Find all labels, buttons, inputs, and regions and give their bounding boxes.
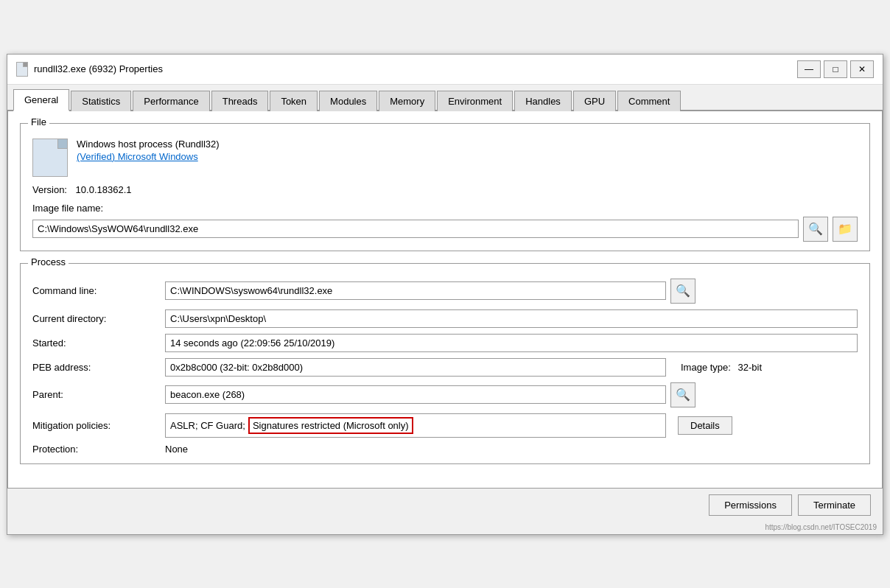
close-button[interactable]: ✕ xyxy=(850,60,874,78)
parent-group: 🔍 xyxy=(165,382,858,407)
protection-label: Protection: xyxy=(32,444,165,455)
tabs-bar: General Statistics Performance Threads T… xyxy=(7,85,883,111)
version-label: Version: xyxy=(32,184,67,195)
tab-comment[interactable]: Comment xyxy=(617,91,681,111)
current-dir-label: Current directory: xyxy=(32,313,165,324)
process-fields: Command line: 🔍 Current directory: St xyxy=(32,279,858,455)
file-info-container: Windows host process (Rundll32) (Verifie… xyxy=(32,139,858,177)
mitigation-label: Mitigation policies: xyxy=(32,420,165,431)
version-value: 10.0.18362.1 xyxy=(76,184,132,195)
file-section: File Windows host process (Rundll32) (Ve… xyxy=(20,123,870,251)
version-row: Version: 10.0.18362.1 xyxy=(32,184,858,195)
file-section-label: File xyxy=(28,116,49,127)
main-window: rundll32.exe (6932) Properties — □ ✕ Gen… xyxy=(7,54,883,535)
tab-modules[interactable]: Modules xyxy=(319,91,377,111)
command-line-row: Command line: 🔍 xyxy=(32,279,858,304)
search-icon-cmd: 🔍 xyxy=(676,284,690,298)
file-type-icon xyxy=(32,139,68,177)
peb-row: PEB address: Image type: 32-bit xyxy=(32,358,858,377)
current-dir-row: Current directory: xyxy=(32,309,858,328)
details-button[interactable]: Details xyxy=(678,416,732,435)
current-dir-input[interactable] xyxy=(165,309,858,328)
terminate-button[interactable]: Terminate xyxy=(798,494,871,516)
mitigation-highlight-text: Signatures restricted (Microsoft only) xyxy=(248,417,413,434)
permissions-button[interactable]: Permissions xyxy=(709,494,792,516)
title-controls: — □ ✕ xyxy=(797,60,874,78)
search-icon: 🔍 xyxy=(808,222,823,236)
file-verified-link[interactable]: (Verified) Microsoft Windows xyxy=(77,151,220,162)
title-bar: rundll32.exe (6932) Properties — □ ✕ xyxy=(7,55,883,85)
maximize-button[interactable]: □ xyxy=(824,60,847,78)
process-section: Process Command line: 🔍 Current director… xyxy=(20,263,870,464)
image-file-row: 🔍 📁 xyxy=(32,217,858,242)
folder-icon: 📁 xyxy=(838,222,852,236)
mitigation-plain-text: ASLR; CF Guard; xyxy=(170,420,245,431)
search-icon-parent: 🔍 xyxy=(676,388,690,402)
command-line-group: 🔍 xyxy=(165,279,858,304)
image-folder-button[interactable]: 📁 xyxy=(833,217,858,242)
parent-label: Parent: xyxy=(32,389,165,400)
window-icon xyxy=(16,62,28,77)
image-type-value: 32-bit xyxy=(738,362,763,373)
mitigation-value-box: ASLR; CF Guard; Signatures restricted (M… xyxy=(165,413,666,438)
bottom-buttons: Permissions Terminate xyxy=(7,489,883,522)
started-label: Started: xyxy=(32,337,165,349)
watermark: https://blog.csdn.net/ITOSEC2019 xyxy=(7,522,883,534)
parent-input[interactable] xyxy=(165,385,666,404)
peb-input[interactable] xyxy=(165,358,666,377)
mitigation-row: Mitigation policies: ASLR; CF Guard; Sig… xyxy=(32,413,858,438)
tab-performance[interactable]: Performance xyxy=(133,91,209,111)
image-file-label: Image file name: xyxy=(32,203,858,214)
process-section-label: Process xyxy=(28,256,69,267)
tab-gpu[interactable]: GPU xyxy=(573,91,616,111)
file-details: Windows host process (Rundll32) (Verifie… xyxy=(77,139,220,162)
started-input[interactable] xyxy=(165,334,858,352)
parent-row: Parent: 🔍 xyxy=(32,382,858,407)
started-row: Started: xyxy=(32,334,858,352)
parent-search-button[interactable]: 🔍 xyxy=(670,382,695,407)
image-file-input[interactable] xyxy=(32,220,799,238)
protection-row: Protection: None xyxy=(32,444,858,455)
command-line-search-button[interactable]: 🔍 xyxy=(670,279,695,304)
peb-label: PEB address: xyxy=(32,362,165,373)
tab-statistics[interactable]: Statistics xyxy=(71,91,131,111)
file-name: Windows host process (Rundll32) xyxy=(77,139,220,150)
window-title: rundll32.exe (6932) Properties xyxy=(34,63,163,74)
tab-handles[interactable]: Handles xyxy=(514,91,572,111)
image-type-label: Image type: xyxy=(681,362,731,373)
protection-value: None xyxy=(165,444,188,455)
tab-environment[interactable]: Environment xyxy=(437,91,513,111)
image-type: Image type: 32-bit xyxy=(681,362,762,373)
minimize-button[interactable]: — xyxy=(797,60,821,78)
image-search-button[interactable]: 🔍 xyxy=(803,217,828,242)
tab-token[interactable]: Token xyxy=(270,91,318,111)
mitigation-group: ASLR; CF Guard; Signatures restricted (M… xyxy=(165,413,858,438)
command-line-input[interactable] xyxy=(165,281,666,300)
title-bar-left: rundll32.exe (6932) Properties xyxy=(16,62,163,77)
command-line-label: Command line: xyxy=(32,285,165,296)
tab-general[interactable]: General xyxy=(13,89,69,111)
tab-threads[interactable]: Threads xyxy=(211,91,269,111)
tab-memory[interactable]: Memory xyxy=(379,91,435,111)
main-content: File Windows host process (Rundll32) (Ve… xyxy=(7,111,883,489)
